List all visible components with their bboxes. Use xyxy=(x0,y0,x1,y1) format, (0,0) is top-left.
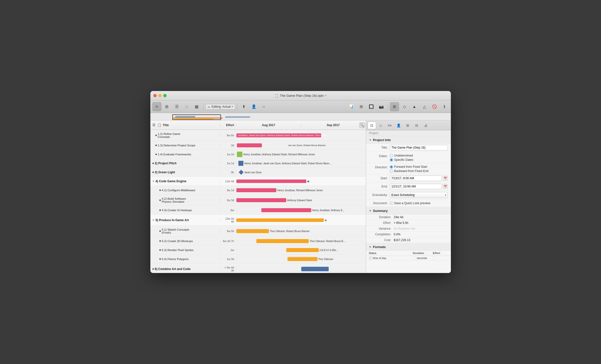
effort-col-label: Effort xyxy=(226,123,234,127)
end-input-group: 📅 xyxy=(390,184,448,189)
toolbar-sep-3 xyxy=(388,103,388,110)
gantt-view-button[interactable]: 📊 xyxy=(347,102,356,111)
bullet-icon xyxy=(152,268,154,270)
document-checkbox[interactable]: ✓ xyxy=(390,201,393,205)
dates-undetermined-row[interactable]: Undetermined xyxy=(390,154,413,157)
section-title-project-info: Project Info xyxy=(373,138,391,142)
help-button[interactable]: ℹ xyxy=(440,102,449,111)
formats-duration-checkbox[interactable] xyxy=(413,257,416,260)
document-checkbox-row[interactable]: ✓ Save a Quick Look preview xyxy=(390,201,448,205)
view-people-button[interactable]: ⊞ xyxy=(162,102,171,111)
row-effort-5-3: 2w xyxy=(220,249,236,252)
tab-print[interactable]: 🖨 xyxy=(421,122,430,129)
start-input[interactable] xyxy=(390,176,442,181)
row-effort-5: 13w 2d4h xyxy=(220,217,236,223)
end-calendar-button[interactable]: 📅 xyxy=(443,184,448,189)
bullet-icon xyxy=(159,240,161,242)
row-chart-4-3: Henry Jonathan; Anthony E... xyxy=(236,206,366,214)
dates-undetermined-radio[interactable] xyxy=(390,154,393,157)
cost-value: $167,226.13 xyxy=(394,238,410,242)
minimize-button[interactable] xyxy=(158,94,162,97)
clipboard-icon[interactable]: 📋 xyxy=(157,123,161,127)
view-board-button[interactable]: ▦ xyxy=(192,102,201,111)
row-chart-1-2: Jonathan; Janet van Dyne; Anthony Edward… xyxy=(236,130,366,141)
milestone-diamond xyxy=(239,170,244,175)
table-row: 3) Green Light 0h Janet van Dyne xyxy=(150,168,366,177)
mini-bar-3 xyxy=(173,118,213,119)
gantt-bar xyxy=(288,257,317,261)
drag-handle-icon[interactable]: ☰ xyxy=(152,123,155,127)
title-label: Title: xyxy=(369,146,388,149)
formats-effort-cell xyxy=(433,257,448,260)
person-button[interactable]: 👤 xyxy=(249,102,258,111)
project-info-button[interactable]: ⊞ xyxy=(390,102,399,111)
arrow-right-button[interactable]: ↔ xyxy=(259,102,268,111)
table-row: 2) Project Pitch 1w 1d Henry Jonathan; J… xyxy=(150,159,366,168)
violations-button[interactable]: 🚫 xyxy=(430,102,439,111)
section-title-formats: Formats xyxy=(373,245,386,249)
dropdown-arrow-icon[interactable]: ▾ xyxy=(325,94,326,97)
resource-view-button[interactable]: 🔲 xyxy=(367,102,376,111)
row-title-5-1: 5.1) Sketch Concepts(Fresh) xyxy=(150,228,220,234)
styles-button[interactable]: ◇ xyxy=(400,102,409,111)
bar-label: Henry Jonathan; Janet van Dyne; Anthony … xyxy=(244,162,331,165)
completion-label: Completion: xyxy=(370,233,391,236)
summary-section-header[interactable]: ▼ Summary xyxy=(366,207,451,214)
view-list-button[interactable]: ☰ xyxy=(172,102,181,111)
formats-section-header[interactable]: ▼ Formats xyxy=(366,243,451,251)
dates-specific-row[interactable]: Specific Dates xyxy=(390,158,413,162)
end-input[interactable] xyxy=(390,184,442,189)
formats-effort-checkbox[interactable] xyxy=(433,257,436,260)
direction-form-row: Direction: Forward from Fixed Start Back… xyxy=(366,163,451,174)
direction-backward-label: Backward from Fixed End xyxy=(394,169,428,173)
project-info-section-header[interactable]: ▼ Project Info xyxy=(366,136,451,144)
row-chart-5-1: Thor Odinson; Robert Bruce Banner xyxy=(236,226,366,236)
camera-button[interactable]: 📷 xyxy=(377,102,386,111)
row-title-5-4: 5.4) Fleece Polygons xyxy=(150,258,220,261)
milestones-button[interactable]: △ xyxy=(420,102,429,111)
gantt-col-effort-header: Effort xyxy=(220,123,236,127)
title-input[interactable] xyxy=(390,145,448,150)
editing-mode-control[interactable]: ▬ Editing: Actual ▾ xyxy=(205,104,235,109)
expand-icon[interactable]: ▼ xyxy=(152,180,155,182)
close-button[interactable] xyxy=(153,94,157,97)
tab-filter[interactable]: ⊞ xyxy=(403,122,412,129)
arrow-up-button[interactable]: ⬆ xyxy=(239,102,248,111)
formats-dates-checkbox[interactable]: ✓ xyxy=(369,257,372,260)
tab-table[interactable]: ⊟ xyxy=(412,122,421,129)
dates-specific-radio[interactable] xyxy=(390,158,393,162)
row-chart-4-2: Anthony Edward Stark xyxy=(236,195,366,205)
editing-icon: ▬ xyxy=(208,105,210,108)
granularity-select[interactable]: Exact Scheduling ▾ xyxy=(390,192,448,198)
resources-button[interactable]: ▲ xyxy=(410,102,419,111)
maximize-button[interactable] xyxy=(163,94,167,97)
row-effort-4-1: 3w 1d xyxy=(220,189,236,192)
dates-label: Dates: xyxy=(369,154,388,158)
completion-row: Completion: 0.0% xyxy=(366,232,451,237)
effort-value: > 85w 5.5h xyxy=(394,221,408,225)
granularity-value: Exact Scheduling xyxy=(392,193,415,197)
direction-forward-row[interactable]: Forward from Fixed Start xyxy=(390,165,428,169)
dates-specific-label: Specific Dates xyxy=(394,158,413,162)
table-row: 1.4) Evaluate Frameworks 1w 2d Henry Jon… xyxy=(150,150,366,159)
gantt-rows: 1.2) Refine GameConcepts 9w 6h Jonathan;… xyxy=(150,130,366,273)
bar-label: Thor Odinson xyxy=(318,258,333,260)
direction-forward-radio[interactable] xyxy=(390,165,393,169)
network-view-button[interactable]: ⊞ xyxy=(357,102,366,111)
view-outline-button[interactable]: ≡ xyxy=(152,102,161,111)
gantt-bar xyxy=(236,198,286,202)
tab-resources[interactable]: 👤 xyxy=(395,122,403,129)
direction-backward-row[interactable]: Backward from Fixed End xyxy=(390,169,428,173)
direction-backward-radio[interactable] xyxy=(390,170,393,173)
tab-project-info[interactable]: ⊡ xyxy=(368,122,376,129)
zoom-button[interactable]: 🔍 xyxy=(359,122,365,128)
granularity-form-row: Granularity: Exact Scheduling ▾ xyxy=(366,191,451,199)
row-chart-5-4: Thor Odinson xyxy=(236,255,366,263)
tab-columns[interactable]: ≡≡ xyxy=(386,122,394,129)
view-grid-button[interactable]: ::: xyxy=(182,102,191,111)
expand-icon[interactable]: ▼ xyxy=(152,219,155,221)
start-calendar-button[interactable]: 📅 xyxy=(443,176,448,181)
direction-forward-label: Forward from Fixed Start xyxy=(394,165,427,169)
editing-chevron-icon: ▾ xyxy=(232,105,233,108)
tab-styles[interactable]: ◇ xyxy=(377,122,385,129)
